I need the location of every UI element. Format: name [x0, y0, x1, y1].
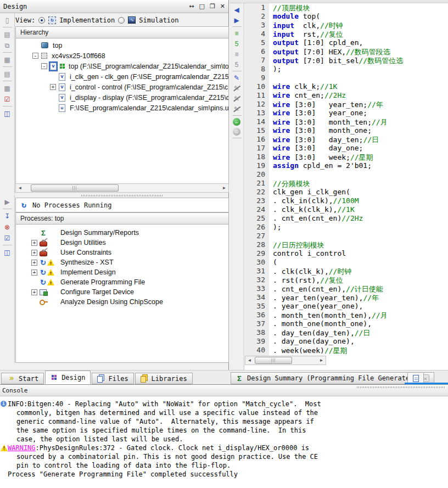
code-text[interactable]: wire [3:0] day_one; — [269, 144, 363, 153]
rerun-all-icon[interactable]: ⊗ — [3, 223, 12, 231]
expand-toggle[interactable]: + — [31, 270, 37, 276]
goto-line-icon[interactable]: 5 — [232, 40, 242, 48]
code-text[interactable]: . clk(clk_k),//时钟 — [269, 267, 351, 276]
show-line-marks-icon[interactable]: ≡ — [232, 29, 242, 37]
code-text[interactable]: output [1:0] cpld_en, — [269, 38, 363, 47]
scroll-track[interactable] — [254, 356, 317, 364]
process-item[interactable]: +User Constraints — [16, 248, 228, 257]
code-text[interactable]: . rst(rst),//复位 — [269, 276, 343, 284]
implementation-radio[interactable] — [38, 17, 45, 24]
expand-toggle[interactable]: - — [41, 63, 47, 69]
remove-source-icon[interactable]: ▤ — [3, 70, 12, 78]
code-text[interactable]: clk_gen i_clk_gen( — [269, 188, 350, 197]
maximize-icon[interactable]: □ — [199, 3, 205, 10]
code-text[interactable]: . cnt_en(cnt_en)//2Hz — [269, 214, 363, 223]
tab-start[interactable]: »Start — [1, 373, 44, 384]
process-item[interactable]: +↻!Implement Design — [16, 267, 228, 277]
code-text[interactable]: . year_one(year_one), — [269, 302, 363, 311]
run-icon[interactable]: ▶ — [3, 198, 12, 206]
tab-files[interactable]: Files — [92, 373, 133, 384]
force-rerun-icon[interactable]: ↧ — [3, 212, 12, 220]
code-text[interactable]: wire [3:0] month_one; — [269, 126, 372, 135]
hierarchy-item[interactable]: vi_display - display (F:\ISE_program\cal… — [16, 92, 228, 103]
process-item[interactable]: +Design Utilities — [16, 238, 228, 248]
add-source-icon[interactable]: ▤ — [3, 30, 12, 38]
code-text[interactable]: wire [3:0] week;//星期 — [269, 153, 373, 161]
code-text[interactable]: output [7:0] HEX,//数码管段选 — [269, 47, 390, 56]
expand-toggle[interactable]: - — [32, 53, 38, 59]
code-text[interactable]: control i_control — [269, 249, 346, 258]
code-text[interactable]: ); — [269, 65, 282, 74]
code-text[interactable]: . day_one(day_one), — [269, 337, 355, 346]
scroll-track[interactable] — [24, 184, 220, 192]
forward-icon[interactable]: → — [233, 128, 240, 136]
design-check-icon[interactable]: ▦ — [3, 84, 12, 92]
clear-all-bookmarks-icon[interactable]: ✎ — [232, 94, 242, 103]
code-text[interactable]: . month_ten(month_ten),//月 — [269, 311, 388, 319]
float-icon[interactable]: ❐ — [210, 3, 215, 10]
hierarchy-item[interactable]: +vi_control - control (F:\ISE_program\ca… — [16, 82, 228, 92]
process-item[interactable]: +Configure Target Device — [16, 287, 228, 297]
hierarchy-item[interactable]: -vtop (F:\ISE_program\calendar_Z215\cale… — [16, 61, 228, 71]
code-text[interactable]: . week(week)//星期 — [269, 346, 348, 355]
hierarchy-item[interactable]: top — [16, 40, 228, 51]
expand-toggle[interactable]: + — [31, 289, 37, 295]
code-text[interactable]: output [7:0] bit_sel//数码管位选 — [269, 56, 403, 65]
code-text[interactable]: wire [3:0] day_ten;//日 — [269, 135, 379, 144]
expand-toggle[interactable]: + — [31, 260, 37, 266]
new-coregen-icon[interactable]: ▦ — [3, 55, 12, 64]
back-icon[interactable]: ← — [233, 118, 240, 126]
code-text[interactable] — [269, 170, 273, 179]
scroll-right-arrow[interactable]: ► — [220, 186, 228, 190]
hierarchy-item[interactable]: uF:\ISE_program\calendar_Z215\calendar_s… — [16, 103, 228, 113]
code-text[interactable]: . year_ten(year_ten),//年 — [269, 293, 379, 302]
warning-link[interactable]: WARNING — [8, 444, 36, 452]
code-text[interactable]: input rst,//复位 — [269, 30, 343, 38]
code-text[interactable]: input clk,//时钟 — [269, 21, 343, 30]
code-text[interactable] — [269, 232, 273, 240]
editor-hscrollbar[interactable]: ◄ ► — [245, 356, 326, 365]
scroll-thumb[interactable] — [255, 357, 292, 364]
next-location-icon[interactable]: ▶ — [232, 16, 242, 24]
expand-toggle[interactable]: + — [31, 240, 37, 246]
console-splitter-handle[interactable] — [357, 386, 445, 388]
tab-design-summary[interactable]: Σ Design Summary (Programming File Gener… — [231, 372, 434, 384]
close-icon[interactable]: ✕ — [220, 3, 225, 10]
code-text[interactable]: . cnt_en(cnt_en),//计日使能 — [269, 284, 383, 293]
code-text[interactable]: //分频模块 — [269, 179, 310, 188]
code-text[interactable]: assign cpld_en = 2'b01; — [269, 161, 372, 170]
process-item[interactable]: ↻!Generate Programming File — [16, 277, 228, 287]
table-columns-icon[interactable]: ◫ — [3, 109, 12, 117]
code-text[interactable]: ); — [269, 223, 282, 232]
undock-icon[interactable]: ↔ — [189, 3, 194, 10]
code-text[interactable]: wire [3:0] year_one; — [269, 109, 367, 117]
hierarchy-item[interactable]: -xc4vsx25-10ff668 — [16, 51, 228, 61]
goto-line-disabled-icon[interactable]: 5 — [232, 60, 242, 69]
expand-toggle[interactable]: + — [31, 250, 37, 256]
code-text[interactable]: ( — [269, 258, 277, 267]
scroll-left-arrow[interactable]: ◄ — [16, 186, 24, 190]
delete-marker-icon[interactable]: ✎ — [232, 105, 242, 113]
new-source-icon[interactable]: ▯ — [3, 16, 12, 24]
code-text[interactable]: . day_ten(day_ten),//日 — [269, 328, 370, 337]
code-area[interactable]: 1//顶层模块2module top(3input clk,//时钟4input… — [245, 3, 448, 367]
process-item[interactable]: Analyze Design Using ChipScope — [16, 297, 228, 307]
process-item[interactable]: ΣDesign Summary/Reports — [16, 228, 228, 238]
code-text[interactable]: wire [3:0] year_ten;//年 — [269, 100, 383, 109]
code-text[interactable]: wire clk_k;//1K — [269, 82, 337, 91]
code-text[interactable]: wire cnt_en;//2Hz — [269, 91, 346, 100]
console-body[interactable]: iINFO:Bitgen:40 - Replacing "Auto" with … — [0, 396, 448, 479]
tab-design[interactable]: Design — [45, 371, 91, 384]
stop-process-icon[interactable]: ☑ — [3, 234, 12, 242]
panel-splitter[interactable] — [15, 194, 229, 197]
add-copy-source-icon[interactable]: ⧉ — [3, 41, 12, 49]
scroll-thumb[interactable] — [31, 184, 119, 192]
expand-toggle[interactable]: + — [50, 84, 56, 90]
code-text[interactable]: . clk_k(clk_k),//1K — [269, 205, 355, 214]
code-text[interactable] — [269, 74, 273, 82]
code-text[interactable]: //日历控制模块 — [269, 240, 324, 249]
simulation-radio[interactable] — [118, 17, 125, 24]
tab-libraries[interactable]: Libraries — [135, 373, 193, 384]
scroll-left-arrow[interactable]: ◄ — [245, 358, 254, 363]
code-text[interactable]: module top( — [269, 12, 320, 21]
